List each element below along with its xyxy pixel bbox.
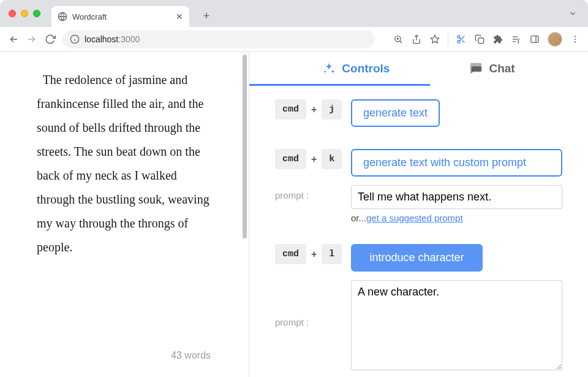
close-window-icon[interactable]: [9, 10, 16, 17]
tab-controls[interactable]: Controls: [322, 62, 390, 84]
tab-bar: Wordcraft ✕ +: [0, 0, 588, 27]
browser-toolbar: localhost:3000: [0, 27, 588, 52]
plus-icon: +: [311, 154, 317, 165]
svg-point-24: [575, 39, 576, 40]
introduce-character-button[interactable]: introduce character: [351, 244, 483, 272]
svg-line-16: [459, 37, 461, 39]
forward-button[interactable]: [26, 33, 38, 45]
info-icon: [70, 34, 80, 44]
reload-button[interactable]: [44, 33, 56, 45]
shortcut: cmd + l: [275, 244, 344, 264]
zoom-icon[interactable]: [393, 34, 404, 45]
app-content: The redolence of jasmine and frankincens…: [0, 52, 588, 377]
close-tab-icon[interactable]: ✕: [176, 12, 183, 21]
editor-pane: The redolence of jasmine and frankincens…: [0, 52, 241, 377]
copy-icon[interactable]: [474, 34, 485, 45]
svg-marker-11: [431, 35, 439, 43]
scissors-icon[interactable]: [456, 34, 467, 45]
toolbar-right: [393, 32, 581, 47]
extensions-icon[interactable]: [492, 34, 503, 45]
browser-chrome: Wordcraft ✕ + localhost:3000: [0, 0, 588, 52]
globe-icon: [58, 12, 67, 21]
generate-custom-button[interactable]: generate text with custom prompt: [351, 149, 562, 177]
custom-prompt-input[interactable]: [351, 185, 562, 209]
character-prompt-input[interactable]: [351, 280, 562, 370]
custom-prompt-row: prompt : or...get a suggested prompt: [275, 185, 562, 223]
prompt-label: prompt :: [275, 185, 344, 200]
generate-text-button[interactable]: generate text: [351, 99, 440, 127]
key-letter: k: [322, 149, 342, 169]
svg-rect-17: [478, 38, 484, 44]
browser-tab[interactable]: Wordcraft ✕: [51, 6, 189, 27]
key-letter: j: [322, 99, 342, 120]
avatar[interactable]: [548, 32, 562, 47]
svg-line-15: [462, 40, 465, 43]
key-letter: l: [322, 244, 342, 264]
minimize-window-icon[interactable]: [21, 10, 28, 17]
controls-body: cmd + j generate text cmd + k generate t…: [249, 86, 588, 377]
suggested-prompt-hint: or...get a suggested prompt: [351, 213, 562, 223]
tab-chat-label: Chat: [489, 62, 514, 75]
svg-point-23: [575, 36, 576, 37]
sparkle-icon: [322, 62, 336, 75]
prompt-label: prompt :: [275, 280, 344, 327]
key-mod: cmd: [275, 99, 306, 120]
window-controls: [9, 10, 40, 17]
share-icon[interactable]: [411, 34, 422, 45]
scrollbar-thumb[interactable]: [243, 55, 247, 238]
character-prompt-row: prompt :: [275, 280, 562, 370]
control-custom-prompt: cmd + k generate text with custom prompt: [275, 149, 562, 177]
key-mod: cmd: [275, 149, 306, 169]
svg-rect-21: [531, 36, 538, 43]
shortcut: cmd + k: [275, 149, 344, 169]
maximize-window-icon[interactable]: [33, 10, 40, 17]
control-generate-text: cmd + j generate text: [275, 99, 562, 127]
chat-icon: [469, 62, 483, 75]
tab-chat[interactable]: Chat: [469, 62, 514, 84]
url-text: localhost:3000: [85, 34, 140, 44]
tab-controls-label: Controls: [342, 62, 390, 75]
story-text[interactable]: The redolence of jasmine and frankincens…: [37, 68, 217, 259]
control-introduce-character: cmd + l introduce character: [275, 244, 562, 272]
plus-icon: +: [311, 249, 317, 260]
address-bar[interactable]: localhost:3000: [62, 30, 375, 48]
back-button[interactable]: [7, 33, 20, 45]
new-tab-button[interactable]: +: [198, 10, 215, 23]
tabs-row: Controls Chat: [249, 52, 588, 84]
svg-point-25: [575, 42, 576, 43]
tab-title: Wordcraft: [72, 12, 107, 21]
scrollbar[interactable]: [241, 52, 249, 377]
svg-line-9: [400, 41, 402, 43]
playlist-icon[interactable]: [511, 34, 522, 45]
plus-icon: +: [311, 104, 317, 115]
svg-point-13: [458, 40, 460, 43]
shortcut: cmd + j: [275, 99, 344, 120]
star-icon[interactable]: [429, 34, 440, 45]
chevron-down-icon[interactable]: [568, 9, 577, 18]
sidepanel-icon[interactable]: [529, 34, 540, 45]
word-count: 43 words: [171, 350, 217, 365]
svg-point-12: [458, 36, 460, 38]
kebab-menu-icon[interactable]: [570, 34, 581, 45]
suggested-prompt-link[interactable]: get a suggested prompt: [366, 213, 463, 223]
controls-pane: Controls Chat cmd + j generate text: [249, 52, 588, 377]
key-mod: cmd: [275, 244, 306, 264]
